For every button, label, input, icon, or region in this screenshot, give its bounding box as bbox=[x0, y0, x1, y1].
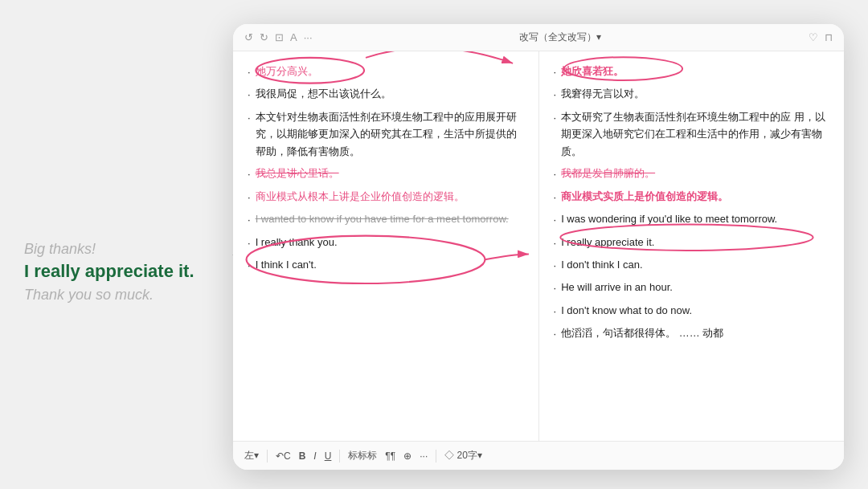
bullet-text: I wanted to know if you have time for a … bbox=[256, 210, 524, 228]
image-icon[interactable]: ⊡ bbox=[275, 31, 284, 43]
list-item: · I wanted to know if you have time for … bbox=[248, 210, 524, 228]
bullet-dot: · bbox=[248, 109, 251, 160]
toolbar-center[interactable]: 改写（全文改写）▾ bbox=[519, 31, 601, 44]
bullet-text: 我都是发自肺腑的。 bbox=[561, 165, 829, 182]
bullet-text: I think I can't. bbox=[256, 256, 524, 274]
bullet-dot: · bbox=[554, 279, 557, 296]
left-column: · 她万分高兴。 · 我很局促，想不出该说什么。 · 本文针对生物表面活性剂在环… bbox=[233, 51, 539, 441]
undo-icon[interactable]: ↺ bbox=[244, 31, 253, 43]
insert-btn[interactable]: ⊕ bbox=[403, 450, 411, 462]
word-count-btn[interactable]: ◇ 20字▾ bbox=[444, 449, 482, 463]
bullet-dot: · bbox=[248, 257, 251, 274]
bullet-text: 商业模式从根本上讲是企业价值创造的逻辑。 bbox=[256, 188, 524, 206]
bullet-text: 我很局促，想不出该说什么。 bbox=[256, 85, 524, 103]
toolbar: ↺ ↻ ⊡ A ··· 改写（全文改写）▾ ♡ ⊓ bbox=[233, 24, 844, 51]
bullet-text: I really appreciate it. bbox=[561, 234, 829, 251]
bullet-dot: · bbox=[554, 325, 557, 342]
bullet-text: 本文针对生物表面活性剂在环境生物工程中的应用展开研究，以期能够更加深入的研究其在… bbox=[256, 108, 524, 160]
underline-btn[interactable]: U bbox=[325, 450, 332, 462]
undo-format-btn[interactable]: ↶C bbox=[276, 450, 291, 462]
list-item: · 本文研究了生物表面活性剂在环境生物工程中的应 用，以期更深入地研究它们在工程… bbox=[554, 108, 830, 160]
separator bbox=[339, 450, 340, 463]
bullet-dot: · bbox=[248, 86, 251, 103]
more-icon[interactable]: ··· bbox=[304, 31, 313, 43]
bullet-dot: · bbox=[554, 86, 557, 103]
list-item: · He will arrive in an hour. bbox=[554, 279, 830, 296]
list-item: · 他滔滔，句话都很得体。 …… 动都 bbox=[554, 324, 830, 342]
annotation-bottom: Thank you so muck. bbox=[24, 287, 217, 304]
list-item: · 她万分高兴。 bbox=[248, 63, 524, 80]
bullet-dot: · bbox=[554, 63, 557, 80]
list-format-btn[interactable]: 标标标 bbox=[348, 449, 377, 463]
bullet-text: He will arrive in an hour. bbox=[561, 279, 829, 296]
bullet-text: 他滔滔，句话都很得体。 …… 动都 bbox=[561, 324, 829, 342]
bullet-text: 我窘得无言以对。 bbox=[561, 85, 829, 103]
list-item: · 她欣喜若狂。 bbox=[554, 63, 830, 80]
share-icon[interactable]: ⊓ bbox=[825, 31, 833, 43]
bullet-dot: · bbox=[248, 165, 251, 182]
align-btn[interactable]: 左▾ bbox=[244, 449, 259, 463]
bullet-text: 她欣喜若狂。 bbox=[561, 63, 829, 80]
list-item: · 商业模式实质上是价值创造的逻辑。 bbox=[554, 188, 830, 206]
bold-btn[interactable]: B bbox=[299, 450, 306, 462]
paragraph-btn[interactable]: ¶¶ bbox=[385, 450, 395, 462]
right-column: · 她欣喜若狂。 · 我窘得无言以对。 · 本文研究了生物表面活性剂在环境生物工… bbox=[539, 51, 845, 441]
bullet-dot: · bbox=[248, 63, 251, 80]
bullet-dot: · bbox=[248, 211, 251, 228]
list-item: · I think I can't. bbox=[248, 256, 524, 274]
left-annotations: Big thanks! I really appreciate it. Than… bbox=[24, 241, 217, 304]
bullet-text: 本文研究了生物表面活性剂在环境生物工程中的应 用，以期更深入地研究它们在工程和生… bbox=[561, 108, 829, 160]
bullet-dot: · bbox=[248, 189, 251, 206]
bullet-text: I don't think I can. bbox=[561, 256, 829, 274]
toolbar-left: ↺ ↻ ⊡ A ··· bbox=[244, 31, 313, 43]
bullet-dot: · bbox=[554, 189, 557, 206]
text-icon[interactable]: A bbox=[290, 31, 297, 43]
bullet-dot: · bbox=[554, 165, 557, 182]
bullet-text: I really thank you. bbox=[256, 234, 524, 251]
toolbar-right: ♡ ⊓ bbox=[809, 31, 833, 43]
bullet-text: 她万分高兴。 bbox=[256, 63, 524, 80]
bullet-text: 商业模式实质上是价值创造的逻辑。 bbox=[561, 188, 829, 206]
more-format-btn[interactable]: ··· bbox=[420, 450, 428, 462]
annotation-main: I really appreciate it. bbox=[24, 261, 217, 282]
bullet-text: I don't know what to do now. bbox=[561, 302, 829, 320]
bullet-dot: · bbox=[554, 257, 557, 274]
list-item: · I don't know what to do now. bbox=[554, 302, 830, 320]
list-item: · 商业模式从根本上讲是企业价值创造的逻辑。 bbox=[248, 188, 524, 206]
redo-icon[interactable]: ↻ bbox=[260, 31, 268, 43]
italic-btn[interactable]: I bbox=[313, 450, 316, 462]
list-item: · I really thank you. bbox=[248, 234, 524, 251]
separator bbox=[267, 450, 268, 463]
bullet-dot: · bbox=[554, 234, 557, 251]
list-item: · 本文针对生物表面活性剂在环境生物工程中的应用展开研究，以期能够更加深入的研究… bbox=[248, 108, 524, 160]
bullet-text: I was wondering if you'd like to meet to… bbox=[561, 210, 829, 228]
bullet-text: 我总是讲心里话。 bbox=[256, 165, 524, 182]
separator bbox=[436, 450, 436, 463]
format-toolbar: 左▾ ↶C B I U 标标标 ¶¶ ⊕ ··· ◇ 20字▾ bbox=[233, 441, 844, 470]
bullet-dot: · bbox=[554, 211, 557, 228]
list-item: · I really appreciate it. bbox=[554, 234, 830, 251]
content-area: · 她万分高兴。 · 我很局促，想不出该说什么。 · 本文针对生物表面活性剂在环… bbox=[233, 51, 844, 441]
device-frame: ↺ ↻ ⊡ A ··· 改写（全文改写）▾ ♡ ⊓ · 她万分高兴。 · 我很局… bbox=[233, 24, 844, 470]
list-item: · 我很局促，想不出该说什么。 bbox=[248, 85, 524, 103]
bullet-dot: · bbox=[554, 303, 557, 320]
heart-icon[interactable]: ♡ bbox=[809, 31, 818, 43]
list-item: · I was wondering if you'd like to meet … bbox=[554, 210, 830, 228]
annotation-big-thanks: Big thanks! bbox=[24, 241, 217, 258]
bullet-dot: · bbox=[554, 109, 557, 160]
list-item: · 我窘得无言以对。 bbox=[554, 85, 830, 103]
mode-label: 改写（全文改写）▾ bbox=[519, 31, 601, 44]
list-item: · 我总是讲心里话。 bbox=[248, 165, 524, 182]
list-item: · 我都是发自肺腑的。 bbox=[554, 165, 830, 182]
bullet-dot: · bbox=[248, 234, 251, 251]
list-item: · I don't think I can. bbox=[554, 256, 830, 274]
